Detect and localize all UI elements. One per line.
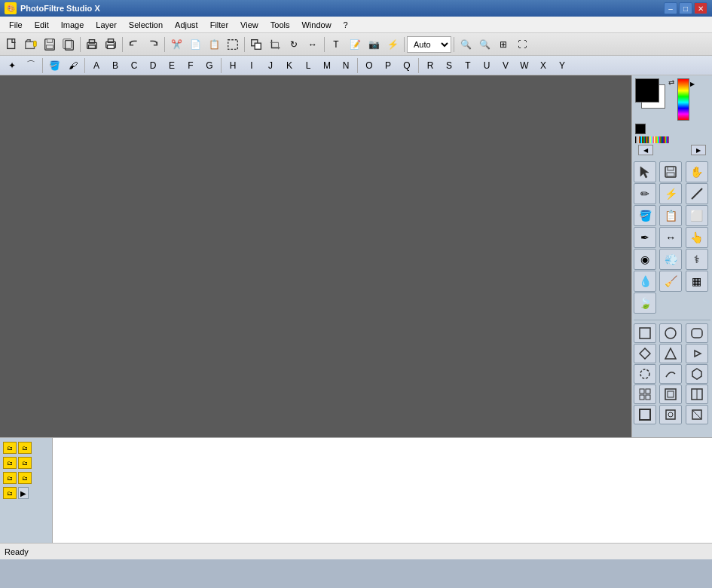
shape-rect[interactable] <box>634 323 656 343</box>
tb2-p[interactable]: P <box>379 57 397 75</box>
shape-frame1[interactable] <box>634 405 656 424</box>
tool-line[interactable] <box>686 183 708 204</box>
shape-arrow[interactable] <box>686 344 708 363</box>
crop-button[interactable] <box>266 35 284 54</box>
layer-btn-4[interactable]: 🗂 ▶ <box>2 486 50 500</box>
tool-filter[interactable]: ▦ <box>686 271 708 292</box>
shape-grid2[interactable] <box>659 384 682 404</box>
tb2-a[interactable]: A <box>87 57 105 75</box>
shape-curved[interactable] <box>659 364 682 384</box>
layer-btn-1[interactable]: 🗂 🗂 <box>2 441 50 455</box>
menu-adjust[interactable]: Adjust <box>169 17 204 32</box>
fullscreen-button[interactable]: ⛶ <box>513 35 531 54</box>
print-setup-button[interactable] <box>83 35 101 54</box>
menu-tools[interactable]: Tools <box>264 17 296 32</box>
menu-edit[interactable]: Edit <box>29 17 55 32</box>
tb2-q[interactable]: Q <box>398 57 416 75</box>
tb2-v[interactable]: V <box>497 57 515 75</box>
flip-button[interactable]: ↔ <box>304 35 322 54</box>
tool-magic[interactable]: ⚡ <box>659 183 682 204</box>
minimize-button[interactable]: – <box>664 2 677 14</box>
feather-button[interactable]: ✦ <box>3 57 21 75</box>
cut-button[interactable]: ✂️ <box>167 35 185 54</box>
menu-view[interactable]: View <box>234 17 264 32</box>
resize-button[interactable] <box>247 35 265 54</box>
tb2-b[interactable]: B <box>106 57 124 75</box>
layer-btn-3[interactable]: 🗂 🗂 <box>2 471 50 485</box>
tb2-d[interactable]: D <box>144 57 162 75</box>
tool-stamp[interactable]: 🍃 <box>634 292 656 314</box>
bottom-content-area[interactable] <box>53 438 712 543</box>
tb2-c[interactable]: C <box>125 57 143 75</box>
tb2-s[interactable]: S <box>440 57 458 75</box>
zoom-out-button[interactable]: 🔍 <box>475 35 494 54</box>
tool-eraser[interactable]: ⬜ <box>686 205 708 226</box>
copy-button[interactable]: 📄 <box>186 35 204 54</box>
redo-button[interactable] <box>144 35 162 54</box>
tb2-h[interactable]: H <box>224 57 242 75</box>
layer-btn-2[interactable]: 🗂 🗂 <box>2 456 50 470</box>
color-spectrum[interactable]: ▶ <box>677 78 689 121</box>
tool-bucket[interactable]: 🪣 <box>634 205 656 226</box>
tool-pencil[interactable]: ✏ <box>634 183 656 204</box>
tb2-k[interactable]: K <box>280 57 298 75</box>
tool-hand[interactable]: ✋ <box>686 161 708 182</box>
tb2-j[interactable]: J <box>261 57 280 75</box>
tool-airbrush[interactable]: 💨 <box>659 249 682 270</box>
shape-frame2[interactable] <box>659 405 682 424</box>
tool-blur[interactable]: ◉ <box>634 249 656 270</box>
tool-select[interactable] <box>634 161 656 182</box>
shape-grid1[interactable] <box>634 384 656 404</box>
select-all-button[interactable] <box>224 35 242 54</box>
fg-color-small[interactable] <box>635 124 646 134</box>
save-button[interactable] <box>41 35 59 54</box>
tool-clone[interactable]: 📋 <box>659 205 682 226</box>
tb2-o[interactable]: O <box>360 57 378 75</box>
tb2-n[interactable]: N <box>337 57 355 75</box>
paste-button[interactable]: 📋 <box>205 35 223 54</box>
menu-window[interactable]: Window <box>295 17 337 32</box>
shape-lasso[interactable] <box>634 364 656 384</box>
close-button[interactable]: ✕ <box>694 2 707 14</box>
text-wrap-button[interactable]: 📝 <box>346 35 364 54</box>
tb2-m[interactable]: M <box>318 57 336 75</box>
color-swap-icon[interactable]: ⇄ <box>668 78 674 87</box>
tb2-y[interactable]: Y <box>553 57 571 75</box>
tb2-e[interactable]: E <box>163 57 181 75</box>
menu-selection[interactable]: Selection <box>123 17 169 32</box>
bucket-button[interactable]: 🪣 <box>45 57 63 75</box>
tb2-f[interactable]: F <box>182 57 200 75</box>
c-u10[interactable] <box>668 136 669 143</box>
shape-rounded-rect[interactable] <box>686 323 708 343</box>
menu-file[interactable]: File <box>3 17 29 32</box>
tool-heal[interactable]: ⚕ <box>686 249 708 270</box>
tool-save[interactable] <box>659 161 682 182</box>
tb2-g[interactable]: G <box>200 57 218 75</box>
fit-button[interactable]: ⊞ <box>494 35 512 54</box>
tb2-l[interactable]: L <box>299 57 317 75</box>
shape-frame3[interactable] <box>686 405 708 424</box>
tool-sponge[interactable]: 🧹 <box>659 271 682 292</box>
tb2-u[interactable]: U <box>478 57 496 75</box>
menu-filter[interactable]: Filter <box>204 17 234 32</box>
tb2-w[interactable]: W <box>515 57 533 75</box>
shape-grid3[interactable] <box>686 384 708 404</box>
palette-scroll-left[interactable]: ◀ <box>638 145 653 155</box>
text-button[interactable]: T <box>327 35 345 54</box>
maximize-button[interactable]: □ <box>679 2 692 14</box>
tb2-t[interactable]: T <box>459 57 477 75</box>
batch-button[interactable]: ⚡ <box>384 35 402 54</box>
tool-replace[interactable]: ↔ <box>659 227 682 248</box>
canvas-area[interactable] <box>0 75 631 437</box>
tb2-x[interactable]: X <box>534 57 552 75</box>
open-button[interactable] <box>22 35 40 54</box>
zoom-dropdown[interactable]: Auto 25% 50% 75% 100% 200% <box>407 36 451 53</box>
paint2-button[interactable]: 🖌 <box>64 57 82 75</box>
new-button[interactable] <box>3 35 21 54</box>
rotate-button[interactable]: ↻ <box>285 35 303 54</box>
save-all-button[interactable] <box>60 35 78 54</box>
palette-scroll-right[interactable]: ▶ <box>691 145 706 155</box>
tb2-r[interactable]: R <box>421 57 439 75</box>
menu-help[interactable]: ? <box>338 17 354 32</box>
tb2-i[interactable]: I <box>243 57 261 75</box>
